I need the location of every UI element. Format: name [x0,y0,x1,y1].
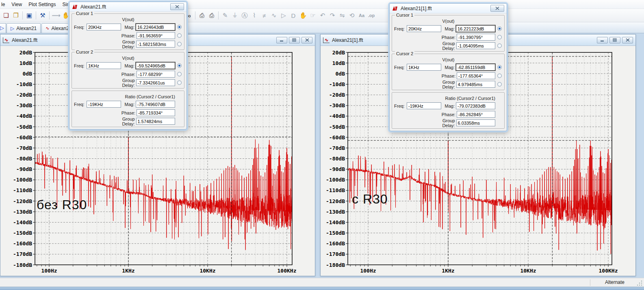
freq-label: Freq: [394,26,405,31]
cursor2-phase-input[interactable] [457,72,495,79]
new-schematic-icon[interactable]: ❏ [1,11,11,20]
group-delay-radio[interactable] [177,42,182,46]
open-folder-icon[interactable]: ❐ [11,11,21,20]
phase-radio[interactable] [177,72,182,76]
redo-icon[interactable]: ↷ [327,11,337,20]
menu-item-plot-settings[interactable]: Plot Settings [25,1,59,8]
cursor2-mag-input[interactable] [136,62,175,69]
capacitor-icon[interactable]: ≠ [259,11,269,20]
menu-item-view[interactable]: View [8,1,25,8]
cursor2-group-delay-input[interactable] [136,79,176,86]
text-icon[interactable]: Aa [357,11,366,20]
mag-radio[interactable] [177,63,182,68]
cursor1-phase-input[interactable] [457,34,495,41]
mag-label: Mag: [122,25,134,30]
resize-grip[interactable] [637,280,643,286]
drag-icon[interactable]: ☞ [308,11,318,20]
close-button[interactable] [301,37,312,43]
svg-text:-40dB: -40dB [16,113,32,119]
component-icon[interactable]: D [288,11,298,20]
dialog-titlebar[interactable]: Alexan21.fft [69,2,186,12]
phase-label: Phase: [442,112,455,117]
run-icon[interactable]: ⟿ [51,11,61,20]
cursor1-group-delay-input[interactable] [456,42,496,49]
minimize-button[interactable] [597,37,608,43]
undo-icon[interactable]: ↶ [318,11,327,20]
cursor2-group-delay-input[interactable] [456,81,496,88]
y-axis-labels[interactable]: 20dB10dB0dB-10dB-20dB-30dB-40dB-50dB-60d… [326,50,345,268]
phase-radio[interactable] [497,35,502,39]
close-icon [626,38,630,42]
group-delay-radio[interactable] [497,82,502,87]
mag-radio[interactable] [497,26,502,31]
phase-radio[interactable] [177,33,182,38]
toolbar-separator [218,11,219,19]
svg-text:-140dB: -140dB [326,219,345,225]
cursor2-freq-input[interactable] [87,62,121,69]
print-all-icon[interactable]: ⎙ [207,11,217,20]
ratio-freq-input[interactable] [87,101,121,108]
print-icon[interactable]: ⎙ [197,11,207,20]
cursor1-mag-input[interactable] [456,25,495,32]
svg-text:-20dB: -20dB [329,92,345,98]
mag-label: Mag: [442,65,455,70]
ratio-mag-input[interactable] [456,102,495,109]
ground-icon[interactable]: ⏚ [230,11,240,20]
move-icon[interactable]: ✋ [298,11,308,20]
mag-label: Mag: [122,102,134,107]
x-axis-labels[interactable]: 100Hz1KHz10KHz100KHz [360,268,618,274]
minimize-button[interactable] [276,37,287,43]
dialog-close-button[interactable] [490,5,504,12]
phase-label: Phase: [442,74,455,78]
cursor1-phase-input[interactable] [137,32,175,39]
status-mode: Alternate [605,279,624,285]
cursor2-mag-input[interactable] [456,64,495,71]
ratio-mag-input[interactable] [136,101,175,108]
cursor1-mag-input[interactable] [136,24,175,30]
ratio-group-delay-input[interactable] [456,119,496,126]
ratio-freq-input[interactable] [407,102,441,109]
dialog-title: Alexan21[1].fft [401,6,432,11]
menu-item-le[interactable]: le [0,1,8,8]
svg-text:20dB: 20dB [20,50,32,56]
cursor2-phase-input[interactable] [137,71,175,78]
mag-radio[interactable] [177,25,182,29]
label-net-icon[interactable]: Ⓐ [240,11,249,20]
cursor2-freq-input[interactable] [407,64,441,71]
group-delay-radio[interactable] [177,80,182,85]
y-axis-labels[interactable]: 20dB10dB0dB-10dB-20dB-30dB-40dB-50dB-60d… [13,50,32,268]
save-icon[interactable]: ▣ [24,11,34,20]
tab-alexan21[interactable]: ▷Alexan21 [7,23,41,33]
cursor1-freq-input[interactable] [407,25,441,32]
restore-button[interactable] [289,37,300,43]
mag-radio[interactable] [497,65,502,69]
svg-text:-60dB: -60dB [16,134,32,141]
inductor-icon[interactable]: ∿ [269,11,279,20]
diode-icon[interactable]: ▷ [279,11,288,20]
svg-text:-110dB: -110dB [13,187,32,193]
close-button[interactable] [622,37,633,43]
restore-icon [613,38,617,42]
phase-radio[interactable] [497,74,502,78]
ratio-phase-input[interactable] [137,109,175,116]
dialog-titlebar[interactable]: Alexan21[1].fft [390,4,507,13]
dialog-close-button[interactable] [170,3,184,10]
mirror-icon[interactable]: ⇋ [337,11,347,20]
wire-icon[interactable]: ✎ [220,11,230,20]
ratio-phase-input[interactable] [457,111,495,118]
svg-text:0dB: 0dB [336,71,345,77]
control-panel-icon[interactable]: ⚒ [38,11,48,20]
partial-tab-icon[interactable]: ▷ [0,23,6,33]
group-delay-radio[interactable] [497,43,502,48]
x-axis-labels[interactable]: 100Hz1KHz10KHz100KHz [41,268,296,274]
cursor1-group-delay-input[interactable] [136,41,176,48]
rotate-icon[interactable]: ⟲ [347,11,357,20]
cursor1-freq-input[interactable] [87,24,121,30]
svg-text:100KHz: 100KHz [278,268,297,274]
svg-text:-70dB: -70dB [329,145,345,151]
ratio-group-delay-input[interactable] [136,118,176,125]
spice-directive-icon[interactable]: .op [366,11,376,20]
svg-text:20dB: 20dB [332,50,345,56]
resistor-icon[interactable]: ⌇ [249,11,259,20]
restore-button[interactable] [609,37,620,43]
